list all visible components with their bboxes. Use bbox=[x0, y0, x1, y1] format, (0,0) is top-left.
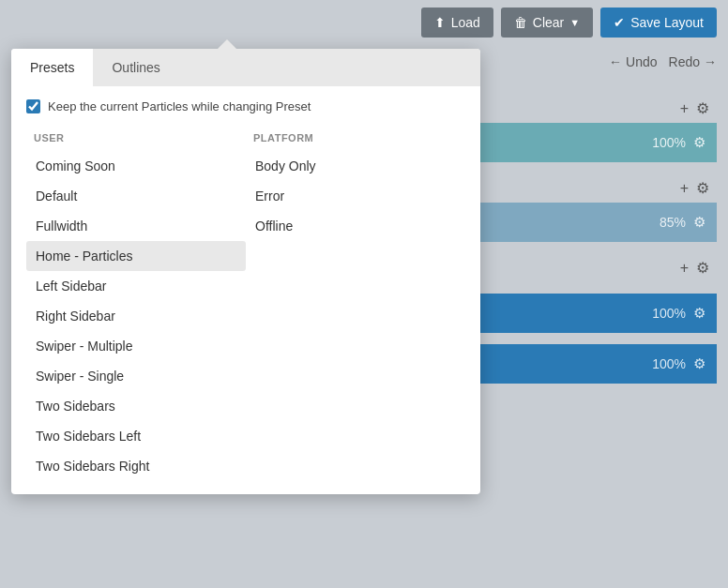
undo-arrow-icon: ← bbox=[609, 54, 622, 69]
save-layout-button[interactable]: ✔ Save Layout bbox=[600, 8, 717, 38]
preset-two-sidebars-right[interactable]: Two Sidebars Right bbox=[26, 451, 246, 481]
preset-fullwidth[interactable]: Fullwidth bbox=[26, 211, 246, 241]
row-percent: 85% bbox=[660, 215, 686, 230]
platform-presets-col: PLATFORM Body Only Error Offline bbox=[246, 128, 465, 481]
clear-label: Clear bbox=[533, 15, 564, 30]
keep-particles-label: Keep the current Particles while changin… bbox=[48, 99, 311, 113]
user-presets-col: USER Coming Soon Default Fullwidth Home … bbox=[26, 128, 246, 481]
keep-particles-checkbox[interactable] bbox=[26, 99, 40, 113]
redo-label: Redo bbox=[669, 54, 700, 69]
row-percent: 100% bbox=[652, 356, 686, 371]
preset-right-sidebar[interactable]: Right Sidebar bbox=[26, 301, 246, 331]
tab-outlines[interactable]: Outlines bbox=[93, 49, 178, 86]
keep-particles-row: Keep the current Particles while changin… bbox=[26, 99, 465, 113]
add-section-icon[interactable]: + bbox=[680, 260, 689, 277]
preset-swiper-multiple[interactable]: Swiper - Multiple bbox=[26, 331, 246, 361]
row-gear-icon[interactable]: ⚙ bbox=[693, 214, 705, 231]
check-icon: ✔ bbox=[614, 15, 625, 30]
undo-button[interactable]: ← Undo bbox=[609, 54, 657, 69]
preset-home-particles[interactable]: Home - Particles bbox=[26, 241, 246, 271]
preset-error[interactable]: Error bbox=[246, 181, 465, 211]
preset-body-only[interactable]: Body Only bbox=[246, 151, 465, 181]
preset-two-sidebars-left[interactable]: Two Sidebars Left bbox=[26, 421, 246, 451]
add-section-icon[interactable]: + bbox=[680, 180, 689, 197]
load-label: Load bbox=[451, 15, 480, 30]
preset-offline[interactable]: Offline bbox=[246, 211, 465, 241]
presets-columns: USER Coming Soon Default Fullwidth Home … bbox=[26, 128, 465, 481]
trash-icon: 🗑 bbox=[514, 15, 527, 30]
preset-left-sidebar[interactable]: Left Sidebar bbox=[26, 271, 246, 301]
presets-popup: Presets Outlines Keep the current Partic… bbox=[11, 49, 480, 494]
popup-body: Keep the current Particles while changin… bbox=[11, 86, 480, 494]
section-settings-icon[interactable]: ⚙ bbox=[696, 179, 709, 197]
tab-presets[interactable]: Presets bbox=[11, 49, 93, 86]
load-button[interactable]: ⬆ Load bbox=[421, 8, 493, 38]
section-settings-icon[interactable]: ⚙ bbox=[696, 259, 709, 277]
preset-coming-soon[interactable]: Coming Soon bbox=[26, 151, 246, 181]
platform-col-header: PLATFORM bbox=[246, 128, 465, 151]
row-gear-icon[interactable]: ⚙ bbox=[693, 305, 705, 322]
user-col-header: USER bbox=[26, 128, 246, 151]
save-layout-label: Save Layout bbox=[630, 15, 704, 30]
clear-button[interactable]: 🗑 Clear ▼ bbox=[501, 8, 593, 38]
add-section-icon[interactable]: + bbox=[680, 100, 689, 117]
row-percent: 100% bbox=[652, 306, 686, 321]
undo-redo-bar: ← Undo Redo → bbox=[609, 54, 717, 69]
preset-swiper-single[interactable]: Swiper - Single bbox=[26, 361, 246, 391]
row-gear-icon[interactable]: ⚙ bbox=[693, 134, 705, 151]
redo-button[interactable]: Redo → bbox=[669, 54, 717, 69]
row-gear-icon[interactable]: ⚙ bbox=[693, 355, 705, 372]
row-percent: 100% bbox=[652, 135, 686, 150]
redo-arrow-icon: → bbox=[704, 54, 717, 69]
clear-dropdown-arrow: ▼ bbox=[569, 17, 580, 28]
load-icon: ⬆ bbox=[434, 15, 446, 30]
preset-default[interactable]: Default bbox=[26, 181, 246, 211]
section-settings-icon[interactable]: ⚙ bbox=[696, 99, 709, 117]
top-toolbar: ⬆ Load 🗑 Clear ▼ ✔ Save Layout bbox=[410, 0, 728, 45]
popup-tab-bar: Presets Outlines bbox=[11, 49, 480, 86]
preset-two-sidebars[interactable]: Two Sidebars bbox=[26, 391, 246, 421]
undo-label: Undo bbox=[626, 54, 657, 69]
